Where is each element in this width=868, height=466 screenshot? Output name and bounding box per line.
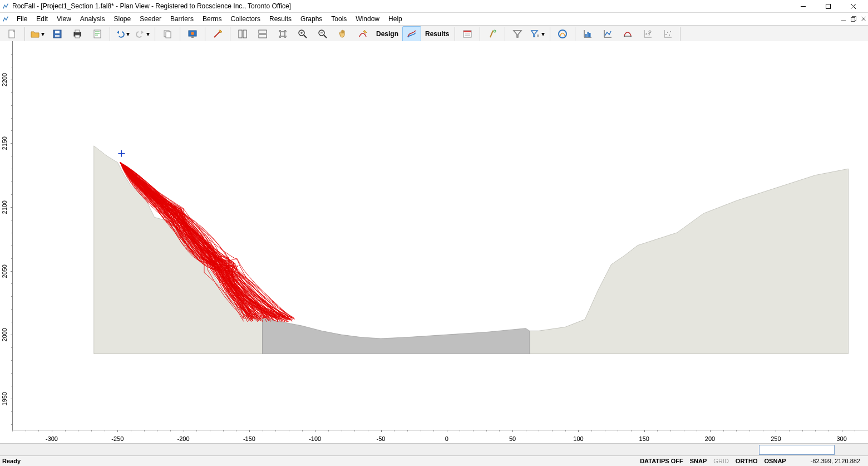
undo-button[interactable]: ▾	[113, 26, 132, 42]
envelope-chart-button[interactable]	[618, 26, 637, 42]
chevron-down-icon: ▾	[126, 30, 130, 38]
status-bar: Ready DATATIPS OFF SNAP GRID ORTHO OSNAP…	[0, 455, 868, 466]
mdi-minimize-button[interactable]	[839, 14, 848, 23]
info-viewer-button[interactable]	[88, 26, 107, 42]
svg-rect-14	[75, 30, 80, 32]
x-tick-label: -200	[177, 435, 190, 442]
display-options-button[interactable]	[183, 26, 202, 42]
copy-button[interactable]	[158, 26, 177, 42]
menu-view[interactable]: View	[52, 13, 76, 25]
title-bar: RocFall - [Project1_Section 1.fal8* - Pl…	[0, 0, 868, 13]
redo-button[interactable]: ▾	[133, 26, 152, 42]
svg-text:x: x	[645, 32, 648, 36]
svg-rect-39	[463, 31, 471, 32]
menu-collectors[interactable]: Collectors	[226, 13, 265, 25]
zoom-in-button[interactable]	[293, 26, 312, 42]
line-chart-button[interactable]	[598, 26, 617, 42]
scatter-chart-button[interactable]	[658, 26, 677, 42]
compute-button[interactable]	[553, 26, 572, 42]
menu-seeder[interactable]: Seeder	[135, 13, 166, 25]
svg-rect-12	[55, 35, 60, 37]
y-tick-label: 2050	[1, 264, 8, 278]
command-input[interactable]	[759, 445, 835, 455]
x-axis: -300-250-200-150-100-5005010015020025030…	[12, 430, 868, 444]
menu-analysis[interactable]: Analysis	[76, 13, 110, 25]
menu-graphs[interactable]: Graphs	[296, 13, 327, 25]
canvas-area: 195020002050210021502200 -300-250-200-15…	[0, 41, 868, 444]
filter-dropdown-button[interactable]: ▾	[528, 26, 547, 42]
menu-help[interactable]: Help	[384, 13, 407, 25]
y-tick-label: 2000	[1, 328, 8, 341]
results-mode-button[interactable]	[402, 26, 421, 42]
new-button[interactable]	[3, 26, 22, 42]
svg-rect-11	[55, 31, 60, 33]
plot-viewport[interactable]	[12, 41, 868, 430]
menu-tools[interactable]: Tools	[327, 13, 351, 25]
tile-horizontal-button[interactable]	[253, 26, 272, 42]
x-tick-label: -100	[309, 435, 321, 442]
svg-line-32	[304, 35, 307, 38]
svg-marker-46	[514, 31, 521, 37]
svg-rect-26	[239, 30, 242, 38]
app-icon	[2, 2, 10, 10]
x-tick-label: 100	[573, 435, 583, 442]
filter-button[interactable]	[508, 26, 527, 42]
menu-berms[interactable]: Berms	[198, 13, 226, 25]
open-button[interactable]: ▾	[28, 26, 47, 42]
save-button[interactable]	[48, 26, 67, 42]
status-coords: -82.399, 2120.882	[807, 458, 864, 464]
add-barrier-button[interactable]	[483, 26, 502, 42]
bar-chart-button[interactable]	[578, 26, 597, 42]
menu-barriers[interactable]: Barriers	[166, 13, 198, 25]
x-tick-label: 150	[639, 435, 649, 442]
svg-marker-47	[531, 31, 537, 37]
zoom-out-button[interactable]	[313, 26, 332, 42]
tile-vertical-button[interactable]	[233, 26, 252, 42]
status-osnap[interactable]: OSNAP	[761, 458, 790, 464]
close-button[interactable]	[841, 0, 866, 12]
svg-rect-15	[75, 35, 80, 38]
menu-window[interactable]: Window	[351, 13, 384, 25]
menu-slope[interactable]: Slope	[110, 13, 136, 25]
status-datatips[interactable]: DATATIPS OFF	[637, 458, 687, 464]
mdi-restore-button[interactable]	[849, 14, 858, 23]
svg-point-50	[559, 30, 566, 38]
xy-chart-button[interactable]: xy	[638, 26, 657, 42]
svg-rect-16	[94, 30, 101, 38]
maximize-button[interactable]	[816, 0, 841, 12]
toolbar: ▾ ▾ ▾ Design Results ▾ xy	[0, 26, 868, 43]
pan-button[interactable]	[333, 26, 352, 42]
x-tick-label: 300	[836, 435, 846, 442]
minimize-button[interactable]	[791, 0, 816, 12]
x-tick-label: -250	[111, 435, 124, 442]
window-title: RocFall - [Project1_Section 1.fal8* - Pl…	[12, 2, 291, 10]
svg-rect-30	[280, 32, 285, 36]
edit-slope-button[interactable]	[208, 26, 227, 42]
svg-point-24	[191, 32, 194, 35]
menu-file[interactable]: File	[12, 13, 32, 25]
svg-rect-1	[826, 4, 831, 8]
x-tick-label: -300	[46, 435, 58, 442]
y-tick-label: 1950	[1, 392, 8, 405]
print-button[interactable]	[68, 26, 87, 42]
svg-point-69	[667, 32, 668, 33]
menu-results[interactable]: Results	[265, 13, 296, 25]
svg-rect-21	[166, 32, 171, 38]
status-grid[interactable]: GRID	[710, 458, 732, 464]
y-tick-label: 2100	[1, 200, 8, 214]
svg-line-42	[490, 31, 493, 37]
project-settings-button[interactable]	[458, 26, 477, 42]
mdi-close-button[interactable]	[859, 14, 868, 23]
svg-point-70	[669, 35, 670, 36]
status-ortho[interactable]: ORTHO	[732, 458, 761, 464]
svg-rect-55	[589, 33, 591, 37]
svg-rect-23	[191, 36, 194, 38]
y-axis: 195020002050210021502200	[0, 41, 13, 430]
status-snap[interactable]: SNAP	[687, 458, 711, 464]
design-mode-button[interactable]	[353, 26, 372, 42]
zoom-extents-button[interactable]	[273, 26, 292, 42]
svg-rect-29	[259, 35, 267, 38]
svg-rect-28	[259, 30, 267, 33]
x-tick-label: -150	[243, 435, 255, 442]
menu-edit[interactable]: Edit	[32, 13, 52, 25]
